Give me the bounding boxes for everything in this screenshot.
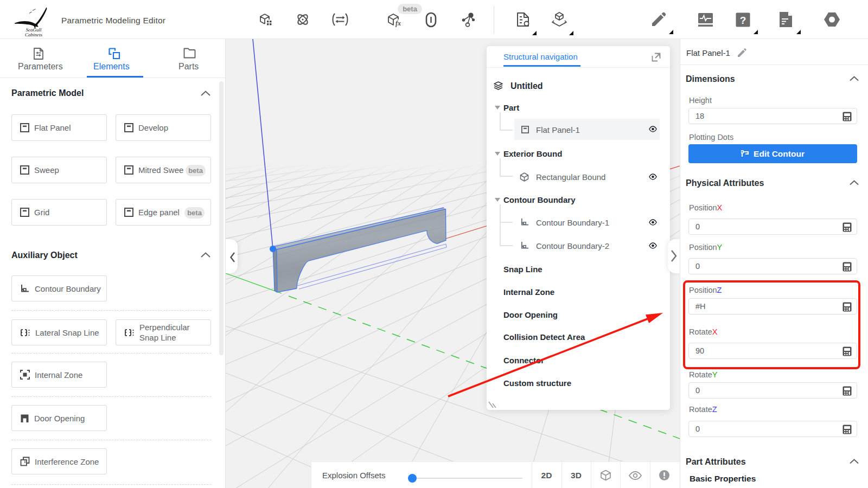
- svg-text:Cabinets: Cabinets: [25, 32, 42, 37]
- svg-text:?: ?: [740, 15, 746, 26]
- svg-text:fx: fx: [395, 20, 401, 27]
